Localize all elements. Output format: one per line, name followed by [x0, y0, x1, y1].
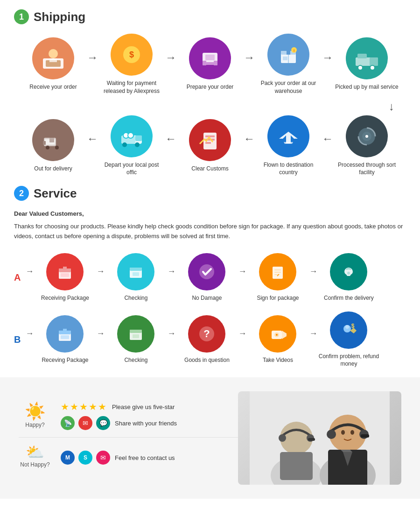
star-2: ★: [70, 401, 78, 412]
shipping-row-1: Receive your order → $ Waiting for payme…: [14, 34, 406, 95]
svg-rect-57: [63, 267, 67, 270]
small-arrow-b1: →: [96, 329, 105, 339]
main-container: 1 Shipping Receive your order → $ Waitin…: [0, 0, 420, 499]
service-section-header: 2 Service: [14, 186, 406, 201]
contact-skype-icon[interactable]: S: [78, 451, 92, 465]
support-image: [238, 391, 401, 485]
process-circle-videos: [259, 315, 296, 353]
flow-label-pack: Pack your order at our warehouse: [256, 79, 321, 95]
svg-point-26: [358, 65, 363, 70]
svg-rect-68: [274, 272, 281, 273]
arrow-1: →: [87, 51, 98, 64]
process-item-recv-a: Receiving Package: [35, 253, 95, 302]
process-row-b: B → Receving Package → Checking →: [14, 311, 406, 368]
flow-item-delivery: Out for delivery: [21, 119, 86, 173]
path-b-letter: B: [14, 334, 21, 345]
process-label-confirm-problem: Confirm problem, refund money: [318, 353, 379, 368]
svg-rect-105: [361, 434, 369, 438]
flow-label-sort: Processed through sort facility: [334, 161, 399, 177]
svg-rect-11: [205, 55, 215, 60]
svg-point-106: [341, 430, 345, 435]
contact-text: Feel free to contact us: [115, 454, 175, 461]
svg-rect-58: [61, 273, 69, 277]
service-section: Dear Valued Customers, Thanks for choosi…: [14, 210, 406, 368]
contact-row: M S ✉ Feel free to contact us: [61, 451, 175, 465]
arrow-7: ←: [244, 132, 255, 145]
svg-rect-35: [49, 138, 54, 142]
svg-rect-62: [133, 272, 139, 276]
svg-rect-67: [274, 269, 281, 270]
arrow-5: ←: [87, 132, 98, 145]
path-b-arrow: →: [25, 329, 34, 339]
small-arrow-b2: →: [167, 329, 175, 339]
process-items-b: Receving Package → Checking → ? Goods in…: [35, 311, 379, 368]
flow-item-pack: ! Pack your order at our warehouse: [256, 34, 321, 95]
flow-circle-flown: [267, 115, 309, 157]
arrow-6: ←: [165, 132, 176, 145]
social-chat-icon[interactable]: 💬: [96, 416, 110, 430]
arrow-4: →: [322, 51, 333, 64]
flow-item-payment: $ Waiting for payment released by Aliexp…: [99, 34, 164, 95]
flow-circle-prepare: [189, 37, 231, 79]
flow-label-customs: Clear Customs: [191, 165, 228, 173]
flow-circle-delivery: [32, 119, 74, 161]
process-item-check-b: Checking: [105, 315, 166, 364]
svg-point-87: [276, 334, 278, 336]
process-item-confirm-delivery: Confirm the delivery: [318, 253, 379, 302]
bottom-left: ☀️ Happy? ★ ★ ★ ★ ★ Please give us five-…: [19, 401, 238, 475]
process-circle-nodamage: [188, 253, 225, 290]
divider: [19, 437, 238, 438]
flow-circle-payment: $: [111, 34, 153, 76]
process-item-recv-b: Receving Package: [35, 315, 95, 364]
flow-label-depart: Depart your local post offic: [99, 161, 164, 177]
process-label-goods-q: Goods in question: [184, 356, 230, 364]
star-3: ★: [79, 401, 88, 412]
arrow-8: ←: [322, 132, 333, 145]
small-arrow-a1: →: [96, 267, 105, 276]
contact-m-icon[interactable]: M: [61, 451, 75, 465]
svg-rect-28: [357, 54, 367, 58]
svg-rect-76: [61, 335, 69, 339]
service-greeting: Dear Valued Customers,: [14, 210, 406, 217]
social-email-icon[interactable]: ✉: [78, 416, 92, 430]
svg-point-107: [350, 430, 354, 435]
flow-label-prepare: Prepare your order: [187, 83, 234, 91]
arrow-2: →: [165, 51, 176, 64]
star-4: ★: [89, 401, 97, 412]
star-5: ★: [98, 401, 106, 412]
social-icons-happy: 📡 ✉ 💬: [61, 416, 110, 430]
flow-circle-depart: [111, 115, 153, 157]
process-item-sign: Sign for package: [247, 253, 308, 302]
contact-mail-icon[interactable]: ✉: [96, 451, 110, 465]
service-title: Service: [34, 186, 77, 201]
flow-circle-sort: [346, 115, 388, 157]
flow-circle-pickup: [346, 37, 388, 79]
path-a-letter: A: [14, 272, 21, 283]
shipping-row-2: Out for delivery ← Depart your local pos…: [14, 115, 406, 177]
process-circle-confirm-delivery: [330, 253, 367, 290]
process-item-nodamage: No Damage: [176, 253, 237, 302]
arrow-3: →: [244, 51, 255, 64]
down-arrow-container: ↓: [14, 100, 406, 113]
flow-item-customs: Clear Customs: [177, 119, 243, 173]
process-label-recv-a: Receiving Package: [41, 294, 89, 302]
shipping-title: Shipping: [34, 10, 85, 24]
process-circle-recv-b: [46, 315, 84, 353]
five-star-text: Please give us five-star: [112, 403, 175, 410]
feedback-row-happy: ☀️ Happy? ★ ★ ★ ★ ★ Please give us five-…: [19, 401, 238, 430]
social-signal-icon[interactable]: 📡: [61, 416, 75, 430]
svg-rect-96: [280, 452, 313, 480]
flow-item-flown: Flown to destination country: [256, 115, 321, 177]
svg-rect-46: [205, 135, 215, 137]
small-arrow-b4: →: [309, 329, 317, 339]
process-item-goods-q: ? Goods in question: [176, 315, 237, 364]
small-arrow-a2: →: [167, 267, 175, 276]
small-arrow-a4: →: [309, 267, 317, 276]
sun-icon: ☀️: [25, 403, 46, 420]
svg-point-91: [345, 325, 349, 329]
svg-rect-99: [308, 438, 315, 441]
svg-point-27: [370, 65, 375, 70]
small-arrow-a3: →: [238, 267, 246, 276]
process-label-confirm-delivery: Confirm the delivery: [324, 294, 374, 302]
svg-rect-17: [287, 51, 290, 55]
